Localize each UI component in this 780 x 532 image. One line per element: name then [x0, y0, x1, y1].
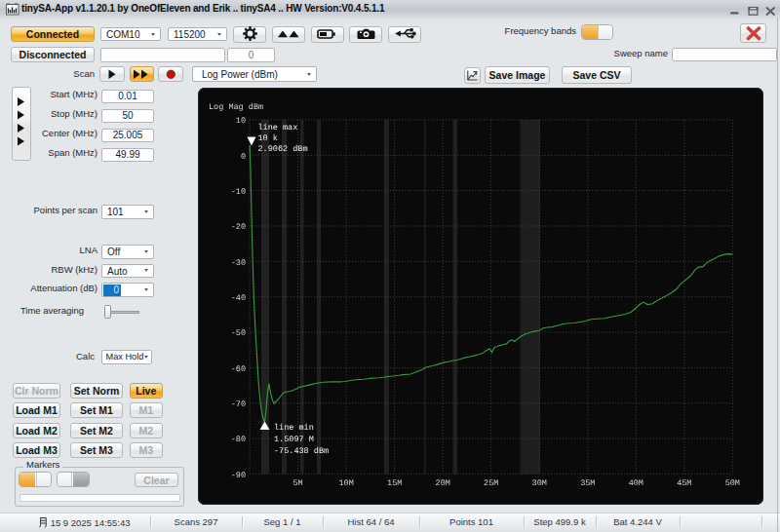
svg-text:5M: 5M [292, 478, 302, 488]
svg-text:-50: -50 [231, 328, 246, 338]
svg-text:50M: 50M [725, 478, 740, 488]
svg-text:35M: 35M [580, 478, 595, 488]
svg-text:-75.438 dBm: -75.438 dBm [274, 446, 329, 456]
svg-text:-80: -80 [231, 435, 246, 444]
svg-text:0: 0 [241, 152, 246, 162]
svg-text:-30: -30 [231, 258, 246, 268]
svg-text:-70: -70 [231, 399, 246, 409]
svg-text:2.9062 dBm: 2.9062 dBm [258, 144, 308, 154]
svg-text:10M: 10M [338, 478, 353, 488]
svg-text:-60: -60 [231, 364, 246, 374]
svg-text:-40: -40 [231, 293, 246, 303]
svg-text:25M: 25M [484, 478, 498, 488]
svg-text:-10: -10 [231, 187, 246, 197]
svg-text:20M: 20M [436, 478, 450, 488]
svg-text:-90: -90 [231, 471, 246, 480]
svg-text:line min: line min [274, 423, 314, 433]
svg-text:10 k: 10 k [258, 133, 278, 143]
svg-text:-20: -20 [231, 222, 246, 232]
svg-text:Log Mag dBm: Log Mag dBm [209, 102, 263, 112]
svg-text:15M: 15M [387, 478, 402, 488]
svg-text:10: 10 [236, 116, 246, 126]
svg-text:line max: line max [258, 123, 298, 133]
svg-text:40M: 40M [629, 478, 644, 488]
svg-text:45M: 45M [677, 478, 691, 488]
svg-text:30M: 30M [532, 478, 547, 488]
svg-text:1.5097 M: 1.5097 M [274, 435, 314, 444]
